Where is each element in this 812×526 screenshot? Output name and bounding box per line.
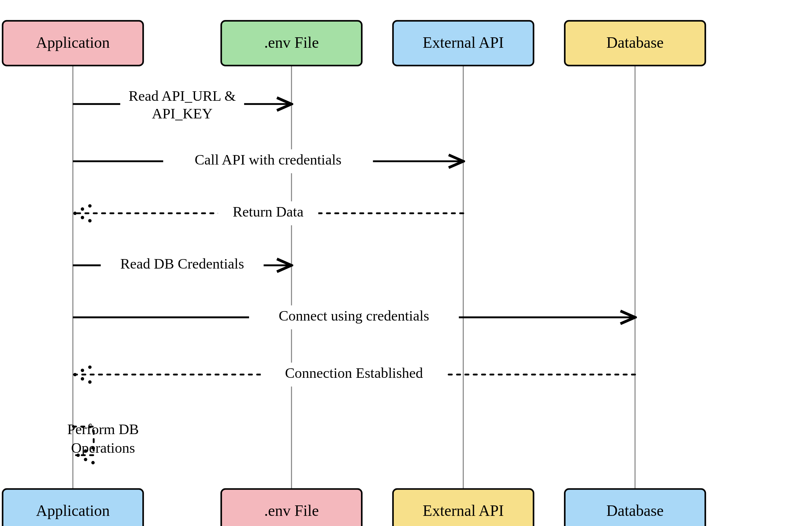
participant-api-bottom-label: External API — [423, 502, 504, 519]
participant-db-bottom-label: Database — [607, 502, 664, 519]
participant-db-top-label: Database — [607, 34, 664, 51]
message-3-label: Read DB Credentials — [120, 255, 244, 272]
participant-api-top-label: External API — [423, 34, 504, 51]
message-1-label: Call API with credentials — [195, 151, 342, 168]
message-0-label2: API_KEY — [152, 105, 213, 122]
participant-app-top-label: Application — [36, 34, 110, 51]
message-2-label: Return Data — [233, 204, 304, 220]
message-6-label2: Operations — [71, 440, 135, 456]
message-6-label: Perform DB — [67, 421, 139, 437]
participant-env-top-label: .env File — [264, 34, 319, 51]
sequence-diagram: Read API_URL &API_KEYCall API with crede… — [0, 0, 812, 526]
participant-env-bottom-label: .env File — [264, 502, 319, 519]
message-5-label: Connection Established — [285, 365, 423, 381]
message-0-label: Read API_URL & — [129, 88, 236, 104]
participant-app-bottom-label: Application — [36, 502, 110, 519]
message-4-label: Connect using credentials — [279, 307, 430, 324]
